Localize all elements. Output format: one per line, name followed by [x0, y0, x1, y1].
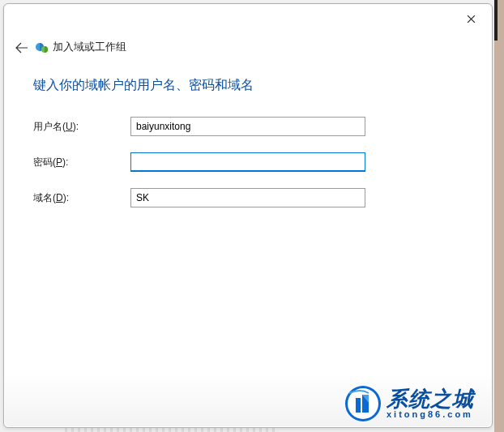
watermark: 系统之城 xitong86.com	[344, 385, 474, 422]
network-icon	[35, 40, 49, 54]
row-username: 用户名(U):	[33, 117, 468, 136]
background-strip	[494, 0, 504, 432]
label-username: 用户名(U):	[33, 120, 130, 134]
svg-rect-4	[356, 398, 361, 413]
watermark-main: 系统之城	[387, 388, 474, 410]
row-password: 密码(P):	[33, 152, 468, 172]
label-domain: 域名(D):	[33, 191, 130, 205]
row-domain: 域名(D):	[33, 188, 468, 207]
close-icon	[467, 15, 476, 24]
titlebar	[4, 4, 492, 43]
bottom-artifact	[65, 428, 275, 432]
back-arrow-icon	[15, 41, 28, 54]
page-heading: 键入你的域帐户的用户名、密码和域名	[33, 77, 468, 94]
watermark-sub: xitong86.com	[387, 410, 474, 420]
password-input[interactable]	[130, 152, 365, 172]
label-password: 密码(P):	[33, 156, 130, 169]
close-button[interactable]	[455, 7, 487, 30]
dialog-subtitle: 加入域或工作组	[53, 40, 126, 54]
username-input[interactable]	[130, 117, 365, 136]
join-domain-dialog: 加入域或工作组 键入你的域帐户的用户名、密码和域名 用户名(U): 密码(P):…	[3, 3, 493, 428]
watermark-text: 系统之城 xitong86.com	[387, 388, 474, 420]
back-button[interactable]	[14, 40, 30, 56]
watermark-logo-icon	[344, 385, 382, 422]
domain-input[interactable]	[130, 188, 365, 207]
content-area: 键入你的域帐户的用户名、密码和域名 用户名(U): 密码(P): 域名(D):	[33, 77, 468, 224]
